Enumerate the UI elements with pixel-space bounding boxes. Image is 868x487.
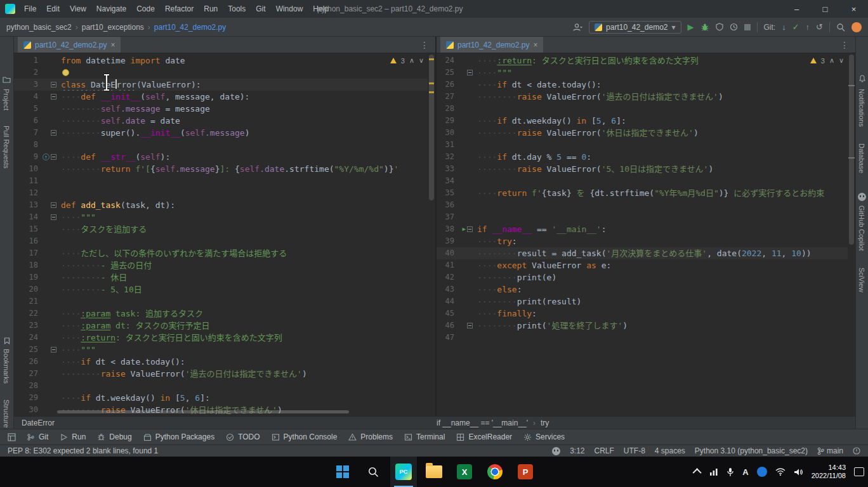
error-stripe-scrollbar[interactable]	[848, 53, 855, 416]
code-line-25[interactable]: 25····"""	[14, 344, 428, 356]
prev-warning-icon[interactable]: ∧	[829, 56, 834, 65]
line-number[interactable]: 25	[14, 344, 42, 356]
notifications-bell-icon[interactable]	[858, 75, 866, 82]
run-configuration-select[interactable]: part10_42_demo2 ▾	[589, 21, 681, 34]
line-number[interactable]: 17	[14, 247, 42, 259]
line-number[interactable]: 37	[437, 211, 458, 223]
taskbar-clock[interactable]: 14:43 2022/11/08	[812, 464, 846, 480]
wifi-icon[interactable]	[775, 468, 786, 476]
line-number[interactable]: 9	[14, 151, 42, 163]
notifications-icon[interactable]	[853, 447, 860, 455]
equalizer-icon[interactable]	[709, 467, 718, 476]
line-number[interactable]: 24	[437, 55, 458, 67]
menu-code[interactable]: Code	[131, 0, 160, 18]
code-line-44[interactable]: 44········print(result)	[437, 295, 848, 308]
code-line-19[interactable]: 19········- 休日	[14, 271, 428, 283]
menu-run[interactable]: Run	[199, 0, 223, 18]
line-number[interactable]: 27	[14, 368, 42, 380]
sidebar-item-sciview[interactable]: SciView	[858, 268, 865, 292]
line-number[interactable]: 46	[437, 320, 458, 332]
code-line-2[interactable]: 2	[14, 67, 428, 79]
line-number[interactable]: 45	[437, 308, 458, 320]
intention-bulb-icon[interactable]	[62, 69, 69, 76]
caret-position[interactable]: 3:12	[570, 446, 584, 455]
line-number[interactable]: 10	[14, 163, 42, 175]
code-line-12[interactable]: 12	[14, 187, 428, 199]
minimize-button[interactable]: –	[782, 0, 811, 18]
line-number[interactable]: 39	[437, 235, 458, 247]
line-number[interactable]: 19	[14, 271, 42, 283]
line-number[interactable]: 30	[437, 127, 458, 139]
sidebar-item-github-copilot[interactable]: GitHub Copilot	[858, 205, 865, 251]
code-line-20[interactable]: 20········- 5、10日	[14, 283, 428, 295]
tab-options-icon[interactable]: ⋮	[418, 40, 431, 50]
code-line-38[interactable]: 38▶if __name__ == '__main__':	[437, 223, 848, 235]
line-number[interactable]: 18	[14, 259, 42, 271]
search-icon[interactable]	[836, 23, 845, 32]
code-line-32[interactable]: 32····if dt.day % 5 == 0:	[437, 151, 848, 163]
fold-gutter-icon[interactable]	[51, 154, 56, 160]
next-warning-icon[interactable]: ∨	[419, 56, 424, 65]
override-gutter-icon[interactable]: ↑	[43, 153, 49, 160]
line-number[interactable]: 31	[437, 139, 458, 151]
code-line-26[interactable]: 26····if dt < date.today():	[437, 79, 848, 91]
code-line-3[interactable]: 3class DateError(ValueError):	[14, 79, 428, 91]
code-line-27[interactable]: 27········raise ValueError('過去の日付は指定できませ…	[14, 368, 428, 380]
code-line-28[interactable]: 28	[437, 103, 848, 115]
debug-button[interactable]	[700, 23, 709, 32]
code-line-7[interactable]: 7········super().__init__(self.message)	[14, 127, 428, 139]
code-editor[interactable]: 1from datetime import date2 3class DateE…	[14, 53, 435, 416]
breadcrumb-dateerror[interactable]: DateError	[22, 419, 55, 427]
line-number[interactable]: 47	[437, 332, 458, 344]
volume-icon[interactable]	[794, 468, 803, 476]
fold-gutter-icon[interactable]	[467, 70, 473, 75]
line-number[interactable]: 29	[437, 115, 458, 127]
code-line-39[interactable]: 39····try:	[437, 235, 848, 247]
line-number[interactable]: 13	[14, 199, 42, 211]
line-number[interactable]: 20	[14, 283, 42, 295]
nav-crumb-2[interactable]: part10_42_demo2.py	[154, 23, 226, 32]
code-line-29[interactable]: 29····if dt.weekday() in [5, 6]:	[14, 392, 428, 404]
tool-window-button-debug[interactable]: Debug	[91, 429, 137, 445]
user-icon[interactable]	[572, 23, 582, 32]
blue-circle-icon[interactable]	[757, 467, 767, 477]
code-line-24[interactable]: 24····:return: タスクと実行日と固い約束を含めた文字列	[14, 332, 428, 344]
code-line-8[interactable]: 8	[14, 139, 428, 151]
tool-window-button-terminal[interactable]: Terminal	[398, 429, 450, 445]
code-line-21[interactable]: 21	[14, 295, 428, 308]
code-line-15[interactable]: 15····タスクを追加する	[14, 223, 428, 235]
prev-warning-icon[interactable]: ∧	[409, 56, 414, 65]
code-line-5[interactable]: 5········self.message = message	[14, 103, 428, 115]
code-line-10[interactable]: 10········return f'[{self.message}]: {se…	[14, 163, 428, 175]
code-line-43[interactable]: 43····else:	[437, 283, 848, 295]
code-line-4[interactable]: 4····def __init__(self, message, date):	[14, 91, 428, 103]
code-line-6[interactable]: 6········self.date = date	[14, 115, 428, 127]
line-number[interactable]: 12	[14, 187, 42, 199]
inspections-widget[interactable]: 3 ∧ ∨	[810, 56, 844, 65]
line-number[interactable]: 22	[14, 308, 42, 320]
ime-mode-indicator[interactable]: A	[742, 467, 748, 477]
code-line-22[interactable]: 22····:param task: 追加するタスク	[14, 308, 428, 320]
coverage-button[interactable]	[716, 23, 723, 31]
fold-gutter-icon[interactable]	[467, 323, 473, 328]
breadcrumb-main[interactable]: if __name__ == '__main__'	[437, 419, 528, 427]
line-number[interactable]: 32	[437, 151, 458, 163]
menu-tools[interactable]: Tools	[223, 0, 251, 18]
code-line-16[interactable]: 16	[14, 235, 428, 247]
error-stripe-scrollbar[interactable]	[428, 53, 435, 416]
fold-gutter-icon[interactable]	[51, 214, 56, 220]
line-number[interactable]: 29	[14, 392, 42, 404]
code-line-25[interactable]: 25····"""	[437, 67, 848, 79]
line-number[interactable]: 8	[14, 139, 42, 151]
taskbar-search-button[interactable]	[360, 457, 386, 487]
sidebar-item-project[interactable]: Project	[3, 89, 10, 110]
line-number[interactable]: 44	[437, 295, 458, 308]
run-gutter-icon[interactable]: ▶	[463, 223, 466, 235]
fold-gutter-icon[interactable]	[51, 130, 56, 136]
line-separator[interactable]: CRLF	[594, 446, 614, 455]
tool-window-button-git[interactable]: Git	[21, 429, 54, 445]
code-line-34[interactable]: 34	[437, 175, 848, 187]
code-with-me-avatar-icon[interactable]	[852, 22, 862, 32]
line-number[interactable]: 30	[14, 404, 42, 416]
taskbar-pycharm-button[interactable]: PC	[390, 457, 417, 487]
